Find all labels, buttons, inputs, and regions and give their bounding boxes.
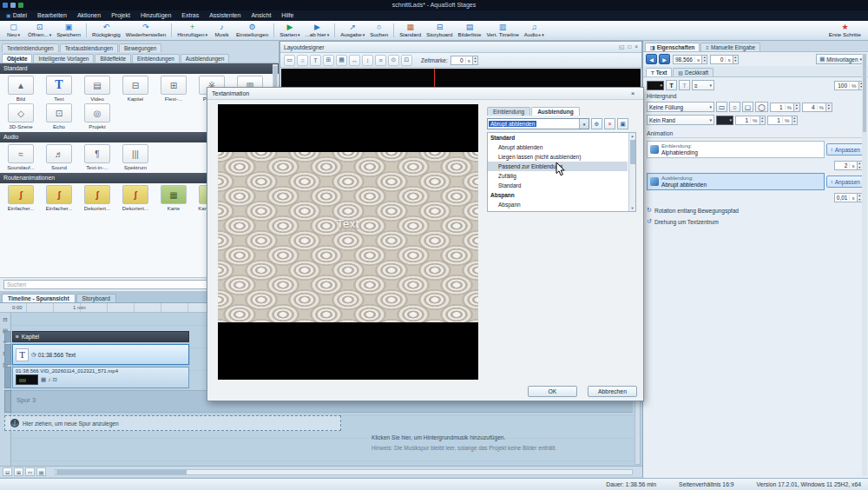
minivorlagen-button[interactable]: ▦ Minivorlagen ▾ [816,54,865,64]
object-3d-szene[interactable]: ◇ 3D-Szene [2,103,40,129]
menu-bearbeiten[interactable]: Bearbeiten [31,10,71,21]
ld-grid-tool-button[interactable]: ⊞ [323,55,334,66]
storyboard-view-button[interactable]: ⊟ Storyboard▾ [424,22,455,39]
layoutdesigner-titlebar[interactable]: Layoutdesigner ◱ □ × [280,42,641,53]
menu-aktionen[interactable]: Aktionen [71,10,105,21]
object-text-in-sprache[interactable]: ¶ Text-in-... [78,144,116,170]
object-echo[interactable]: ⊡ Echo [40,103,78,129]
chapter-clip[interactable]: ≡ Kapitel [12,331,189,342]
zeitmarke-spinner[interactable]: 0 s ▲▼ [450,56,479,65]
opacity-spinner[interactable]: 100 % ▲▼ [834,81,865,90]
preset-list-item[interactable]: Abspann [488,200,628,209]
fill-percent-spinner-2[interactable]: 4 % ▲▼ [802,103,832,112]
vert-timeline-view-button[interactable]: ▥ Vert. Timeline▾ [483,22,521,39]
tab-ausblendungen[interactable]: Ausblendungen [181,54,229,63]
imagelist-view-button[interactable]: ▤ Bilderliste▾ [456,22,484,39]
rect-shape-button[interactable]: ▭ [716,102,727,112]
object-duration-spinner[interactable]: 98,566 s ▲▼ [673,55,707,64]
tab-textausblendungen[interactable]: Textausblendungen [60,43,118,52]
object-kapitel[interactable]: ⊟ Kapitel [116,76,155,102]
text-align-dropdown[interactable]: ≡ ▾ [692,80,714,90]
dialog-tab-einblendung[interactable]: Einblendung [487,107,530,116]
border-percent-spinner-1[interactable]: 1 % ▲▼ [735,116,766,125]
video-effect-icon[interactable]: ⊡ [52,376,56,383]
zoom-out-button[interactable]: ⊟ [3,467,12,476]
tab-texteinblendungen[interactable]: Texteinblendungen [2,43,59,52]
circle-shape-button[interactable]: ◯ [755,102,767,112]
route-karte[interactable]: ▦ Karte [155,185,193,211]
ld-text-tool-button[interactable]: T [310,55,321,66]
tab-einblendungen[interactable]: Einblendungen [132,54,180,63]
ld-snapshot-tool-button[interactable]: ⊡ [401,55,412,66]
chapter-track-handle[interactable] [4,331,11,342]
music-track-hint[interactable]: Klicken Sie hier, um Hintergrundmusik hi… [372,434,505,440]
text-track-handle[interactable] [4,344,11,365]
standard-view-button[interactable]: ▦ Standard▾ [397,22,424,39]
fill-percent-spinner-1[interactable]: 1 % ▲▼ [770,103,800,112]
save-preset-button[interactable]: ▣ [617,118,628,129]
menu-hinzufuegen[interactable]: Hinzufügen [135,10,175,21]
properties-scrollbar[interactable] [862,53,867,476]
menu-assistenten[interactable]: Assistenten [203,10,245,21]
einblendung-duration-spinner[interactable]: 2 s ▲▼ [834,161,863,170]
preset-list-item[interactable]: Abspann [488,190,628,200]
preset-list-item[interactable]: Standard [488,133,628,142]
timeline-h-scrollbar[interactable] [55,469,633,475]
ausblendung-row[interactable]: Ausblendung:Abrupt abblenden [647,173,825,190]
music-button[interactable]: ♪ Musik▾ [210,22,233,39]
prev-object-button[interactable]: ◀ [646,54,657,64]
redo-button[interactable]: ↷ Wiederherstellen▾ [123,22,168,39]
menu-extras[interactable]: Extras [175,10,203,21]
object-bild[interactable]: ▲ Bild [2,76,40,102]
object-sound[interactable]: ♬ Sound [40,144,78,170]
cancel-button[interactable]: Abbrechen [588,386,637,397]
route-einfacher-2[interactable]: ʃ Einfacher... [40,185,78,211]
tab-bewegungen[interactable]: Bewegungen [119,43,161,52]
ld-pattern-tool-button[interactable]: ▦ [336,55,347,66]
video-track-handle[interactable] [4,367,11,388]
tab-storyboard[interactable]: Storyboard [76,294,116,302]
rounded-rect-shape-button[interactable]: ▢ [742,102,753,112]
next-object-button[interactable]: ▶ [659,54,670,64]
text-center-rotation-option[interactable]: ↺ Drehung um Textzentrum [647,218,865,225]
tab-intelligente-vorlagen[interactable]: Intelligente Vorlagen [33,54,94,63]
tab-eigenschaften[interactable]: ◨Eigenschaften [645,43,700,51]
menu-ansicht[interactable]: Ansicht [245,10,275,21]
save-button[interactable]: ▣ Speichern▾ [54,22,83,39]
object-text[interactable]: T Text [40,76,78,102]
spinner-steppers[interactable]: ▲▼ [472,56,477,64]
fit-view-button[interactable]: ▭ [25,467,35,476]
border-color-swatch[interactable]: ▾ [716,116,733,125]
add-preset-button[interactable]: ⊕ [591,118,602,129]
video-grid-icon[interactable]: ▦ [41,376,46,383]
font-color-swatch[interactable]: ▾ [647,81,664,90]
erste-schritte-button[interactable]: ★ Erste Schritte [824,22,866,39]
video-audio-icon[interactable]: ♪ [48,376,50,383]
fill-dropdown[interactable]: Keine Füllung ▾ [647,102,714,112]
new-track-dropzone[interactable]: ⚓ Hier ziehen, um neue Spur anzulegen [4,415,341,431]
menu-projekt[interactable]: Projekt [105,10,135,21]
object-spektrum[interactable]: ||| Spektrum [116,144,155,170]
border-percent-spinner-2[interactable]: 1 % ▲▼ [767,116,798,125]
ld-ellipse-tool-button[interactable]: ○ [297,55,308,66]
timeline-video-clip[interactable]: 01:38.566 VID_20260114_012321_571.mp4 ▦♪… [12,367,189,388]
spur3-track-handle[interactable] [4,390,11,413]
timeline-text-clip[interactable]: T ◷ 01:38.566 Text [12,344,189,365]
ld-h-align-tool-button[interactable]: ↔ [349,55,360,66]
new-button[interactable]: ▢ Neu▾ [2,22,25,39]
ld-select-tool-button[interactable]: ▭ [284,55,295,66]
ausblendung-anpassen-button[interactable]: ↕ Anpassen [826,175,865,188]
ellipse-shape-button[interactable]: ○ [729,102,740,112]
subtab-deckkraft[interactable]: ▧Deckkraft [673,68,713,76]
open-button[interactable]: ⊡ Öffnen...▾ [25,22,54,39]
border-dropdown[interactable]: Kein Rand ▾ [647,115,714,125]
font-outline-button[interactable]: T [679,80,690,90]
object-projekt[interactable]: ◎ Projekt [78,103,116,129]
font-bold-button[interactable]: T [666,80,677,90]
start-here-button[interactable]: ▶ ...ab hier▾ [303,22,332,39]
einblendung-anpassen-button[interactable]: ↕ Anpassen [826,143,865,156]
ld-layers-tool-button[interactable]: ≡ [375,55,386,66]
settings-button[interactable]: ⚙ Einstellungen▾ [233,22,271,39]
dialog-tab-ausblendung[interactable]: Ausblendung [531,107,580,116]
preset-list-item[interactable]: Standard [488,181,628,190]
